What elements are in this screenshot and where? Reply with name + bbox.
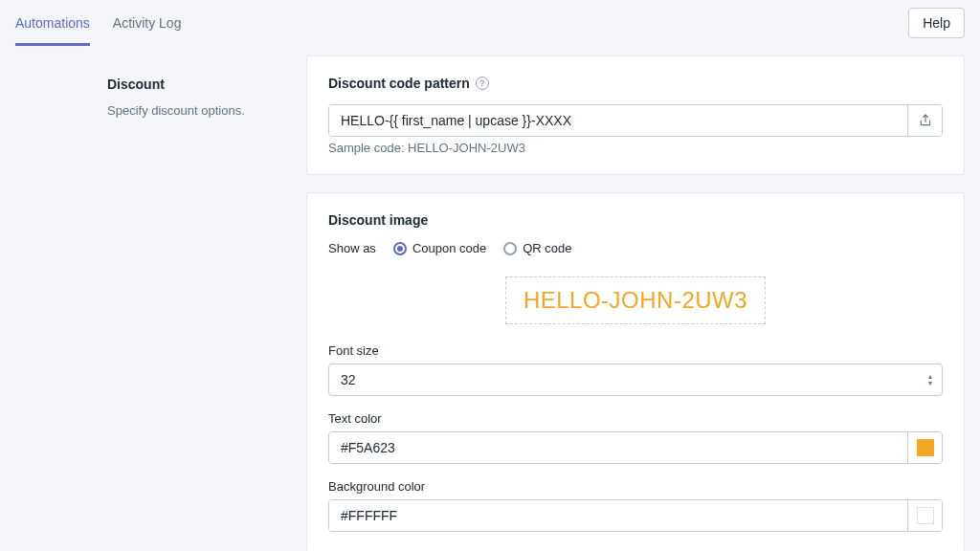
help-icon[interactable]: ?: [476, 77, 489, 90]
tab-automations[interactable]: Automations: [15, 0, 90, 46]
bg-color-label: Background color: [328, 479, 943, 494]
text-color-label: Text color: [328, 411, 943, 426]
radio-coupon-label: Coupon code: [412, 241, 486, 255]
radio-dot-icon: [503, 242, 517, 255]
bg-color-row: [328, 499, 943, 532]
show-as-label: Show as: [328, 241, 376, 255]
help-button[interactable]: Help: [908, 8, 965, 38]
pattern-hint: Sample code: HELLO-JOHN-2UW3: [328, 141, 943, 155]
font-size-label: Font size: [328, 343, 943, 358]
show-as-row: Show as Coupon code QR code: [328, 241, 943, 255]
share-button[interactable]: [907, 105, 942, 136]
bg-color-swatch-button[interactable]: [907, 500, 942, 531]
card-title-image: Discount image: [328, 212, 943, 228]
share-icon: [919, 114, 932, 127]
side-title: Discount: [107, 77, 283, 92]
top-bar: Automations Activity Log Help: [0, 0, 980, 46]
color-swatch-icon: [917, 507, 934, 524]
tabs: Automations Activity Log: [15, 0, 181, 46]
side-description: Specify discount options.: [107, 103, 283, 118]
main-column: Discount code pattern ? Sample code: HEL…: [306, 55, 965, 551]
select-caret-icon: ▴▾: [928, 374, 932, 386]
side-column: Discount Specify discount options.: [15, 55, 283, 551]
radio-qr-code[interactable]: QR code: [503, 241, 571, 255]
font-size-value: 32: [341, 372, 356, 387]
color-swatch-icon: [917, 439, 934, 456]
coupon-preview: HELLO-JOHN-2UW3: [505, 276, 766, 324]
card-discount-pattern: Discount code pattern ? Sample code: HEL…: [306, 55, 965, 175]
font-size-group: Font size 32 ▴▾: [328, 343, 943, 396]
page-body: Discount Specify discount options. Disco…: [0, 46, 980, 551]
preview-wrap: HELLO-JOHN-2UW3: [328, 276, 943, 324]
card-discount-image: Discount image Show as Coupon code QR co…: [306, 192, 965, 551]
text-color-swatch-button[interactable]: [907, 432, 942, 463]
card-title-pattern: Discount code pattern ?: [328, 76, 943, 91]
radio-coupon-code[interactable]: Coupon code: [393, 241, 486, 255]
pattern-input-row: [328, 104, 943, 137]
text-color-group: Text color: [328, 411, 943, 464]
pattern-input[interactable]: [329, 105, 907, 136]
bg-color-group: Background color: [328, 479, 943, 532]
text-color-input[interactable]: [329, 432, 907, 463]
card-title-pattern-text: Discount code pattern: [328, 76, 470, 91]
bg-color-input[interactable]: [329, 500, 907, 531]
radio-qr-label: QR code: [523, 241, 571, 255]
text-color-row: [328, 431, 943, 464]
radio-dot-icon: [393, 242, 407, 255]
tab-activity-log[interactable]: Activity Log: [113, 0, 182, 46]
font-size-select[interactable]: 32 ▴▾: [328, 364, 943, 396]
